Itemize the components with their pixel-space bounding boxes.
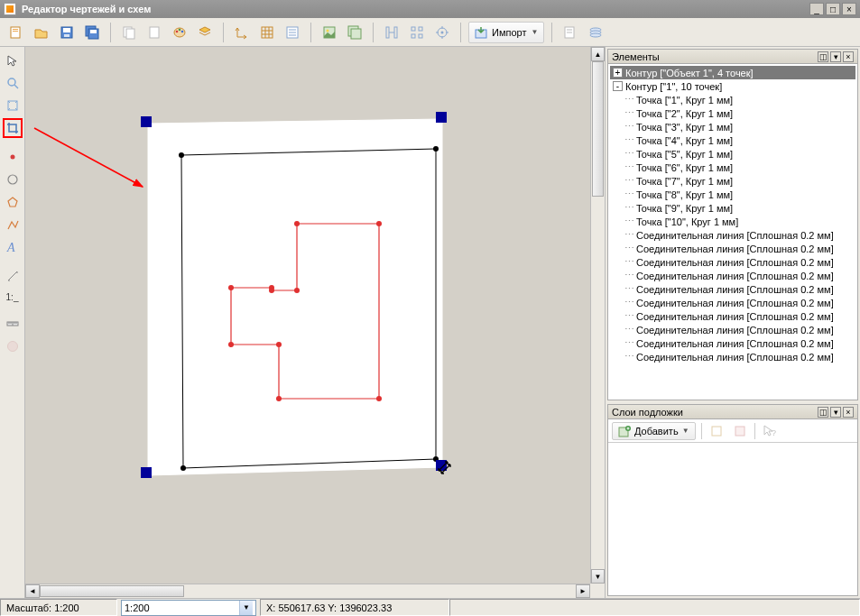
layer-edit-button[interactable] (707, 422, 726, 440)
scale-combo[interactable]: 1:200 ▼ (121, 600, 256, 616)
tree-row[interactable]: ⋯Соединительная линия [Сплошная 0.2 мм] (610, 296, 855, 309)
layer-pointer-help-button[interactable]: ? (761, 422, 779, 440)
zoom-tool[interactable] (3, 73, 23, 93)
canvas-v-scrollbar[interactable]: ▲ ▼ (590, 47, 605, 584)
tree-row[interactable]: ⋯Точка ["9", Круг 1 мм] (610, 201, 855, 215)
save-all-button[interactable] (81, 22, 103, 43)
align-grid-button[interactable] (406, 22, 428, 43)
tree-label: Точка ["7", Круг 1 мм] (636, 176, 733, 187)
minimize-button[interactable]: _ (809, 3, 824, 15)
align-h-button[interactable] (381, 22, 402, 43)
tree-branch-icon: ⋯ (624, 134, 633, 146)
layers-stack-button[interactable] (585, 22, 606, 43)
tree-row[interactable]: +Контур ["Объект 1", 4 точек] (610, 66, 855, 79)
scroll-right-button[interactable]: ► (576, 584, 590, 598)
add-layer-button[interactable]: Добавить ▼ (612, 422, 696, 440)
tree-branch-icon: ⋯ (624, 107, 633, 119)
palette-button[interactable] (169, 22, 190, 43)
tree-row[interactable]: ⋯Соединительная линия [Сплошная 0.2 мм] (610, 309, 855, 323)
save-button[interactable] (56, 22, 78, 43)
point-tool[interactable] (3, 147, 23, 167)
image-button[interactable] (319, 22, 340, 43)
elements-panel-header[interactable]: Элементы ◫ ▾ × (608, 50, 857, 64)
grid-button[interactable] (256, 22, 278, 43)
crop-tool[interactable] (3, 118, 23, 138)
measure-tool[interactable] (3, 266, 23, 286)
tree-label: Точка ["9", Круг 1 мм] (636, 203, 733, 214)
tree-row[interactable]: ⋯Соединительная линия [Сплошная 0.2 мм] (610, 323, 855, 336)
pointer-tool[interactable] (3, 51, 23, 70)
properties-button[interactable] (282, 22, 303, 43)
tree-row[interactable]: ⋯Точка ["6", Круг 1 мм] (610, 161, 855, 174)
tree-row[interactable]: ⋯Точка ["10", Круг 1 мм] (610, 215, 855, 228)
tree-row[interactable]: ⋯Точка ["7", Круг 1 мм] (610, 174, 855, 188)
scroll-up-button[interactable]: ▲ (591, 47, 605, 61)
scroll-h-thumb[interactable] (40, 585, 184, 597)
tree-branch-icon: ⋯ (624, 310, 633, 322)
panel-pin-button[interactable]: ▾ (830, 407, 841, 418)
svg-rect-10 (126, 29, 134, 39)
tree-row[interactable]: ⋯Точка ["1", Круг 1 мм] (610, 93, 855, 106)
paste-button[interactable] (143, 22, 165, 43)
panel-dock-button[interactable]: ◫ (818, 407, 828, 418)
expander-minus-icon[interactable]: - (613, 81, 623, 91)
dropdown-arrow-icon[interactable]: ▼ (239, 601, 253, 615)
open-button[interactable] (31, 22, 52, 43)
tree-row[interactable]: ⋯Соединительная линия [Сплошная 0.2 мм] (610, 350, 855, 363)
tree-row[interactable]: ⋯Точка ["8", Круг 1 мм] (610, 188, 855, 201)
close-button[interactable]: × (842, 3, 856, 15)
svg-rect-29 (386, 27, 389, 38)
polygon-tool[interactable] (3, 192, 23, 212)
layers-button[interactable] (194, 22, 216, 43)
drawing-canvas[interactable] (25, 47, 587, 584)
doc-settings-button[interactable] (559, 22, 581, 43)
scale-value: 1:200 (125, 602, 150, 613)
tree-row[interactable]: ⋯Соединительная линия [Сплошная 0.2 мм] (610, 282, 855, 296)
tree-row[interactable]: ⋯Соединительная линия [Сплошная 0.2 мм] (610, 336, 855, 350)
tree-label: Соединительная линия [Сплошная 0.2 мм] (636, 338, 834, 349)
tree-label: Точка ["5", Круг 1 мм] (636, 149, 733, 160)
expander-plus-icon[interactable]: + (613, 68, 623, 78)
scroll-left-button[interactable]: ◄ (25, 584, 40, 598)
line-tool[interactable] (3, 215, 23, 234)
svg-point-64 (7, 342, 17, 352)
side-toolbar: A 1:_ (0, 47, 25, 598)
fit-tool[interactable] (3, 96, 23, 115)
svg-point-72 (180, 465, 186, 471)
elements-tree[interactable]: +Контур ["Объект 1", 4 точек]-Контур ["1… (608, 64, 857, 400)
scroll-v-thumb[interactable] (592, 61, 604, 197)
scroll-down-button[interactable]: ▼ (591, 569, 605, 584)
circle-tool[interactable] (3, 170, 23, 189)
import-button[interactable]: Импорт ▼ (468, 22, 544, 43)
snap-button[interactable] (431, 22, 453, 43)
text-tool[interactable]: A (3, 237, 23, 257)
window-title: Редактор чертежей и схем (22, 4, 809, 14)
tree-row[interactable]: ⋯Соединительная линия [Сплошная 0.2 мм] (610, 269, 855, 282)
canvas-h-scrollbar[interactable]: ◄ ► (25, 584, 590, 598)
panel-close-button[interactable]: × (843, 407, 854, 418)
tree-row[interactable]: -Контур ["1", 10 точек] (610, 79, 855, 93)
copy-button[interactable] (118, 22, 140, 43)
new-document-button[interactable] (5, 22, 27, 43)
tree-row[interactable]: ⋯Соединительная линия [Сплошная 0.2 мм] (610, 228, 855, 242)
scale-indicator[interactable]: 1:_ (3, 289, 23, 305)
panel-pin-button[interactable]: ▾ (830, 51, 841, 62)
svg-rect-28 (351, 29, 361, 39)
image-stack-button[interactable] (344, 22, 365, 43)
tree-row[interactable]: ⋯Соединительная линия [Сплошная 0.2 мм] (610, 242, 855, 255)
tree-row[interactable]: ⋯Точка ["5", Круг 1 мм] (610, 147, 855, 161)
tree-row[interactable]: ⋯Точка ["4", Круг 1 мм] (610, 133, 855, 147)
axes-button[interactable] (231, 22, 253, 43)
layers-panel-header[interactable]: Слои подложки ◫ ▾ × (608, 405, 857, 419)
panel-close-button[interactable]: × (843, 51, 854, 62)
import-label: Импорт (492, 27, 526, 38)
tree-row[interactable]: ⋯Точка ["3", Круг 1 мм] (610, 120, 855, 133)
ruler-tool[interactable] (3, 314, 23, 334)
tree-branch-icon: ⋯ (624, 94, 633, 106)
panel-dock-button[interactable]: ◫ (818, 51, 828, 62)
layer-delete-button[interactable] (731, 422, 749, 440)
maximize-button[interactable]: □ (826, 3, 840, 15)
tree-row[interactable]: ⋯Соединительная линия [Сплошная 0.2 мм] (610, 255, 855, 269)
tree-row[interactable]: ⋯Точка ["2", Круг 1 мм] (610, 106, 855, 120)
canvas-area[interactable]: ▲ ▼ ◄ ► (25, 47, 606, 598)
